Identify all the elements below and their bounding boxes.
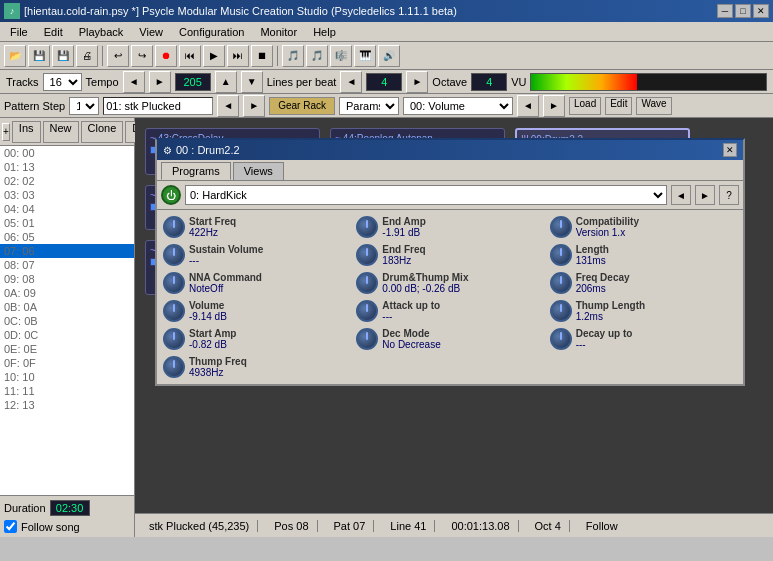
menu-item-monitor[interactable]: Monitor bbox=[252, 24, 305, 40]
toolbar-btn-3[interactable]: 💾 bbox=[52, 45, 74, 67]
lines-increase[interactable]: ► bbox=[406, 71, 428, 93]
list-item[interactable]: 06: 05 bbox=[0, 230, 134, 244]
menu-item-help[interactable]: Help bbox=[305, 24, 344, 40]
list-item[interactable]: 11: 11 bbox=[0, 384, 134, 398]
window-title: [hientau.cold-rain.psy *] Psycle Modular… bbox=[24, 5, 457, 17]
param-knob[interactable] bbox=[356, 272, 378, 294]
dialog-tabs: Programs Views bbox=[157, 160, 743, 181]
toolbar-btn-4[interactable]: 🖨 bbox=[76, 45, 98, 67]
record-button[interactable]: ⏺ bbox=[155, 45, 177, 67]
wave-btn[interactable]: Wave bbox=[636, 97, 671, 115]
list-item[interactable]: 07: 06 bbox=[0, 244, 134, 258]
tempo-increase[interactable]: ► bbox=[149, 71, 171, 93]
toolbar-btn-1[interactable]: 📂 bbox=[4, 45, 26, 67]
param-knob[interactable] bbox=[356, 328, 378, 350]
tempo-decrease[interactable]: ◄ bbox=[123, 71, 145, 93]
volume-select[interactable]: 00: Volume bbox=[403, 97, 513, 115]
pattern-id: 10: 10 bbox=[4, 371, 36, 383]
toolbar-btn-5[interactable]: ↩ bbox=[107, 45, 129, 67]
param-name: Decay up to bbox=[576, 328, 737, 339]
vu-label: VU bbox=[511, 76, 526, 88]
pattern-step-select[interactable]: 1 bbox=[69, 97, 99, 115]
play-loop-button[interactable]: ⏭ bbox=[227, 45, 249, 67]
close-button[interactable]: ✕ bbox=[753, 4, 769, 18]
toolbar-btn-11[interactable]: 🔊 bbox=[378, 45, 400, 67]
list-item[interactable]: 10: 10 bbox=[0, 370, 134, 384]
param-knob[interactable] bbox=[356, 244, 378, 266]
title-bar: ♪ [hientau.cold-rain.psy *] Psycle Modul… bbox=[0, 0, 773, 22]
param-knob[interactable] bbox=[163, 216, 185, 238]
tab-programs[interactable]: Programs bbox=[161, 162, 231, 180]
pattern-nav-right[interactable]: ► bbox=[243, 95, 265, 117]
param-knob[interactable] bbox=[550, 272, 572, 294]
params-select[interactable]: Params bbox=[339, 97, 399, 115]
param-knob[interactable] bbox=[163, 244, 185, 266]
gear-rack-btn[interactable]: Gear Rack bbox=[269, 97, 335, 115]
toolbar-btn-9[interactable]: 🎼 bbox=[330, 45, 352, 67]
toolbar-btn-7[interactable]: 🎵 bbox=[282, 45, 304, 67]
dialog-close-btn[interactable]: ✕ bbox=[723, 143, 737, 157]
volume-nav-right[interactable]: ► bbox=[543, 95, 565, 117]
list-item[interactable]: 04: 04 bbox=[0, 202, 134, 216]
list-item[interactable]: 0C: 0B bbox=[0, 314, 134, 328]
list-item[interactable]: 12: 13 bbox=[0, 398, 134, 412]
lines-decrease[interactable]: ◄ bbox=[340, 71, 362, 93]
toolbar-btn-8[interactable]: 🎵 bbox=[306, 45, 328, 67]
list-item[interactable]: 05: 01 bbox=[0, 216, 134, 230]
param-knob[interactable] bbox=[163, 300, 185, 322]
preset-nav-right[interactable]: ► bbox=[695, 185, 715, 205]
preset-nav-left[interactable]: ◄ bbox=[671, 185, 691, 205]
tracks-select[interactable]: 16 bbox=[43, 73, 82, 91]
toolbar-btn-2[interactable]: 💾 bbox=[28, 45, 50, 67]
menu-item-view[interactable]: View bbox=[131, 24, 171, 40]
pattern-nav-left[interactable]: ◄ bbox=[217, 95, 239, 117]
param-knob[interactable] bbox=[550, 328, 572, 350]
tempo-up[interactable]: ▲ bbox=[215, 71, 237, 93]
menu-item-playback[interactable]: Playback bbox=[71, 24, 132, 40]
menu-item-edit[interactable]: Edit bbox=[36, 24, 71, 40]
maximize-button[interactable]: □ bbox=[735, 4, 751, 18]
list-item[interactable]: 0A: 09 bbox=[0, 286, 134, 300]
list-item[interactable]: 0E: 0E bbox=[0, 342, 134, 356]
param-knob[interactable] bbox=[163, 272, 185, 294]
list-item[interactable]: 0D: 0C bbox=[0, 328, 134, 342]
menu-item-file[interactable]: File bbox=[2, 24, 36, 40]
toolbar-btn-6[interactable]: ↪ bbox=[131, 45, 153, 67]
tempo-value: 205 bbox=[175, 73, 211, 91]
list-item[interactable]: 01: 13 bbox=[0, 160, 134, 174]
param-knob[interactable] bbox=[163, 356, 185, 378]
toolbar-btn-10[interactable]: 🎹 bbox=[354, 45, 376, 67]
param-knob[interactable] bbox=[550, 300, 572, 322]
list-item[interactable]: 00: 00 bbox=[0, 146, 134, 160]
edit-btn[interactable]: Edit bbox=[605, 97, 632, 115]
param-knob[interactable] bbox=[356, 216, 378, 238]
preset-random[interactable]: ? bbox=[719, 185, 739, 205]
minimize-button[interactable]: ─ bbox=[717, 4, 733, 18]
power-button[interactable]: ⏻ bbox=[161, 185, 181, 205]
new-btn[interactable]: New bbox=[43, 121, 79, 143]
volume-nav-left[interactable]: ◄ bbox=[517, 95, 539, 117]
list-item[interactable]: 02: 02 bbox=[0, 174, 134, 188]
follow-song-checkbox[interactable] bbox=[4, 520, 17, 533]
list-item[interactable]: 03: 03 bbox=[0, 188, 134, 202]
play-from-start-button[interactable]: ⏮ bbox=[179, 45, 201, 67]
play-button[interactable]: ▶ bbox=[203, 45, 225, 67]
tempo-down[interactable]: ▼ bbox=[241, 71, 263, 93]
clone-btn[interactable]: Clone bbox=[81, 121, 124, 143]
list-item[interactable]: 09: 08 bbox=[0, 272, 134, 286]
list-item[interactable]: 0F: 0F bbox=[0, 356, 134, 370]
stop-button[interactable]: ⏹ bbox=[251, 45, 273, 67]
menu-item-configuration[interactable]: Configuration bbox=[171, 24, 252, 40]
new-mode-btn[interactable]: + bbox=[2, 123, 10, 141]
param-knob[interactable] bbox=[550, 244, 572, 266]
tab-views[interactable]: Views bbox=[233, 162, 284, 180]
list-item[interactable]: 0B: 0A bbox=[0, 300, 134, 314]
load-btn[interactable]: Load bbox=[569, 97, 601, 115]
ins-btn[interactable]: Ins bbox=[12, 121, 41, 143]
param-knob[interactable] bbox=[550, 216, 572, 238]
list-item[interactable]: 08: 07 bbox=[0, 258, 134, 272]
param-knob[interactable] bbox=[356, 300, 378, 322]
pattern-name-input[interactable] bbox=[103, 97, 213, 115]
preset-select[interactable]: 0: HardKick bbox=[185, 185, 667, 205]
param-knob[interactable] bbox=[163, 328, 185, 350]
